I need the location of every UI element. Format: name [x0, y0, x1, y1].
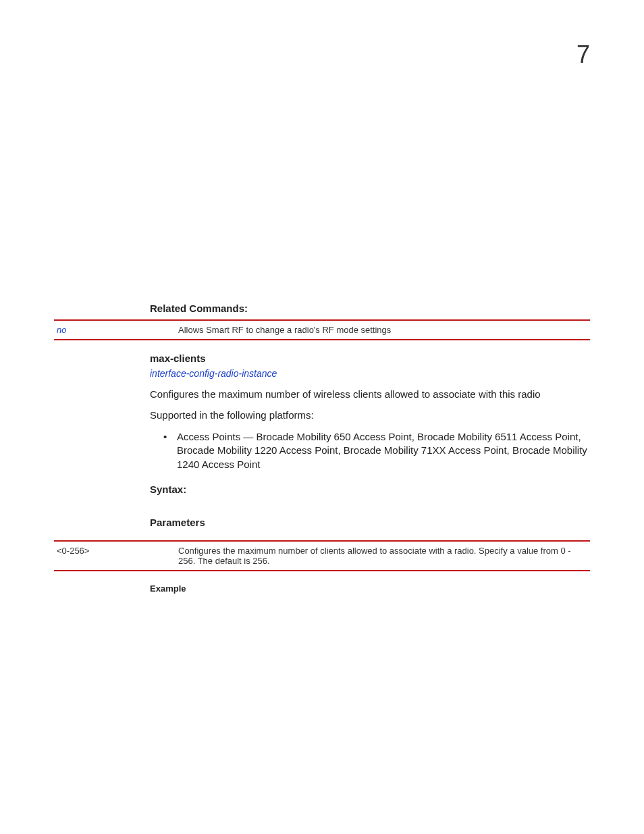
related-commands-table: no Allows Smart RF to change a radio's R…	[54, 319, 590, 340]
param-desc: Configures the maximum number of clients…	[178, 541, 590, 571]
parameters-table: <0-256> Configures the maximum number of…	[54, 540, 590, 571]
related-command-desc: Allows Smart RF to change a radio's RF m…	[178, 320, 590, 340]
max-clients-title: max-clients	[150, 353, 590, 364]
example-heading: Example	[150, 583, 590, 594]
max-clients-description: Configures the maximum number of wireles…	[150, 388, 590, 400]
no-command-link[interactable]: no	[57, 325, 66, 335]
table-row: no	[54, 320, 178, 340]
list-item: Access Points — Brocade Mobility 650 Acc…	[177, 430, 590, 471]
syntax-heading: Syntax:	[150, 484, 590, 495]
related-commands-heading: Related Commands:	[150, 303, 590, 314]
supported-intro: Supported in the following platforms:	[150, 409, 590, 421]
param-key: <0-256>	[57, 546, 89, 556]
supported-platforms-list: Access Points — Brocade Mobility 650 Acc…	[150, 430, 590, 471]
table-row: <0-256>	[54, 541, 178, 571]
parameters-heading: Parameters	[150, 517, 590, 528]
page-number: 7	[576, 41, 590, 69]
context-link[interactable]: interface-config-radio-instance	[150, 368, 590, 379]
